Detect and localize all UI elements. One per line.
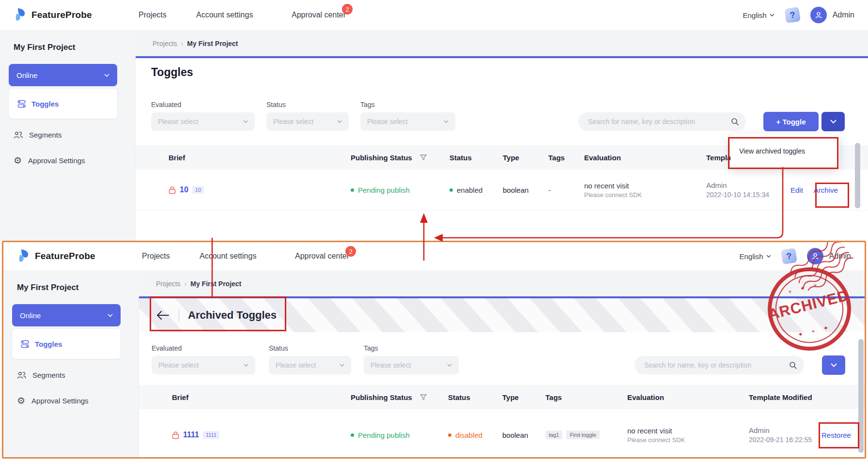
- filter-funnel-icon[interactable]: [420, 154, 427, 161]
- environment-selector[interactable]: Online: [12, 304, 121, 326]
- tags-select[interactable]: Please select: [364, 356, 459, 374]
- nav-projects[interactable]: Projects: [142, 242, 170, 270]
- featureprobe-logo-icon: [15, 8, 27, 22]
- search-icon[interactable]: [731, 118, 739, 126]
- search-input[interactable]: [643, 361, 789, 370]
- col-type: Type: [502, 393, 545, 401]
- toggle-name[interactable]: 10: [180, 185, 188, 194]
- filter-funnel-icon[interactable]: [420, 394, 427, 400]
- chevron-down-icon: [444, 120, 449, 123]
- brand[interactable]: FeatureProbe: [15, 0, 92, 30]
- screenshot-toggles-list: FeatureProbe Projects Account settings A…: [0, 0, 868, 241]
- back-arrow-icon: [156, 311, 169, 320]
- chevron-down-icon: [340, 364, 344, 367]
- edit-link[interactable]: Edit: [790, 186, 803, 194]
- avatar[interactable]: [810, 7, 827, 23]
- chevron-down-icon: [243, 120, 248, 123]
- sidebar-item-toggles[interactable]: Toggles: [9, 89, 117, 119]
- evaluation-sub: Please connect SDK: [584, 191, 642, 199]
- sidebar-item-segments[interactable]: Segments: [14, 131, 62, 139]
- brand[interactable]: FeatureProbe: [18, 242, 95, 270]
- evaluation-title: no recent visit: [584, 182, 629, 190]
- status-select[interactable]: Please select: [266, 112, 349, 131]
- title-divider: [179, 309, 179, 322]
- breadcrumb-separator: ›: [185, 280, 187, 288]
- project-name: My First Project: [14, 43, 76, 52]
- col-brief: Brief: [136, 154, 351, 162]
- publishing-status: Pending publish: [358, 186, 410, 194]
- language-selector[interactable]: English: [743, 11, 774, 19]
- sidebar: My First Project Online Toggles Segments…: [3, 270, 139, 457]
- search-box: [578, 112, 746, 131]
- scrollbar-thumb[interactable]: [855, 143, 860, 208]
- chevron-down-icon: [108, 314, 113, 317]
- evaluated-select[interactable]: Please select: [151, 112, 255, 131]
- filter-label-status: Status: [269, 344, 288, 352]
- chevron-down-icon: [447, 364, 452, 367]
- archived-title-band: Archived Toggles: [139, 298, 865, 332]
- filter-label-status: Status: [266, 101, 286, 108]
- modified-by: Admin: [706, 181, 727, 189]
- add-toggle-button[interactable]: + Toggle: [763, 112, 819, 131]
- status-value: disabled: [455, 431, 482, 439]
- modified-at: 2022-09-21 16:22:55: [749, 436, 812, 444]
- evaluation-title: no recent visit: [627, 427, 672, 435]
- toggle-key-badge: 1111: [203, 431, 219, 439]
- gear-icon: ⚙: [17, 396, 25, 405]
- scrollbar-thumb[interactable]: [858, 339, 864, 453]
- status-select[interactable]: Please select: [269, 356, 351, 374]
- nav-account-settings[interactable]: Account settings: [200, 242, 256, 270]
- archived-toggles-card: Archived Toggles Evaluated Status Tags P…: [139, 296, 865, 457]
- toggle-menu-button[interactable]: [822, 112, 845, 131]
- filter-label-tags: Tags: [360, 101, 375, 108]
- nav-account-settings[interactable]: Account settings: [196, 0, 253, 30]
- breadcrumb-projects[interactable]: Projects: [156, 280, 181, 288]
- search-box: [635, 356, 804, 374]
- tags-select[interactable]: Please select: [360, 112, 455, 131]
- publishing-status: Pending publish: [358, 431, 410, 439]
- archive-link[interactable]: Archive: [814, 186, 838, 194]
- filter-label-evaluated: Evaluated: [152, 344, 182, 352]
- sidebar-item-toggles[interactable]: Toggles: [12, 329, 121, 359]
- gear-icon: ⚙: [14, 156, 22, 165]
- approval-count-badge: 2: [342, 4, 353, 15]
- breadcrumb: Projects › My First Project: [156, 280, 241, 288]
- restore-link[interactable]: Restoree: [822, 431, 851, 439]
- filter-label-evaluated: Evaluated: [151, 101, 181, 108]
- sidebar-item-segments[interactable]: Segments: [17, 371, 65, 379]
- nav-approval-center[interactable]: Approval center 2: [295, 242, 349, 270]
- page-title: Archived Toggles: [188, 309, 277, 322]
- help-icon[interactable]: ?: [784, 7, 801, 23]
- breadcrumb-projects[interactable]: Projects: [153, 40, 177, 47]
- screenshot-archived-toggles: FeatureProbe Projects Account settings A…: [2, 241, 866, 459]
- col-publishing-status: Publishing Status: [351, 393, 448, 401]
- chevron-down-icon: [766, 255, 771, 258]
- user-icon: [814, 11, 823, 19]
- toggle-name[interactable]: 1111: [183, 431, 199, 439]
- featureprobe-logo-icon: [18, 249, 31, 263]
- col-evaluation: Evaluation: [627, 393, 749, 401]
- stamp-wavy-lines: [787, 241, 866, 291]
- toggle-menu-button[interactable]: [822, 355, 845, 375]
- chevron-down-icon: [244, 364, 248, 367]
- project-name: My First Project: [17, 283, 79, 293]
- nav-projects[interactable]: Projects: [139, 0, 167, 30]
- col-template-modified: Template Modified: [749, 393, 822, 401]
- nav-approval-center[interactable]: Approval center 2: [292, 0, 346, 30]
- search-input[interactable]: [587, 117, 731, 126]
- environment-selector[interactable]: Online: [9, 64, 117, 86]
- sidebar-item-approval-settings[interactable]: ⚙ Approval Settings: [14, 156, 85, 165]
- evaluated-select[interactable]: Please select: [152, 356, 255, 374]
- language-selector[interactable]: English: [739, 252, 771, 261]
- app-header: FeatureProbe Projects Account settings A…: [0, 0, 868, 31]
- user-name: Admin: [833, 11, 854, 19]
- back-button[interactable]: [156, 311, 169, 320]
- search-icon[interactable]: [789, 361, 797, 370]
- view-archived-toggles-menu-item[interactable]: View archived toggles: [730, 134, 839, 169]
- sidebar: My First Project Online Toggles Segments…: [0, 30, 136, 241]
- tag-pill: tag1: [545, 431, 562, 439]
- page-title: Toggles: [151, 66, 193, 79]
- sidebar-item-approval-settings[interactable]: ⚙ Approval Settings: [17, 396, 89, 405]
- toggles-icon: [17, 100, 26, 108]
- breadcrumb-separator: ›: [181, 40, 184, 47]
